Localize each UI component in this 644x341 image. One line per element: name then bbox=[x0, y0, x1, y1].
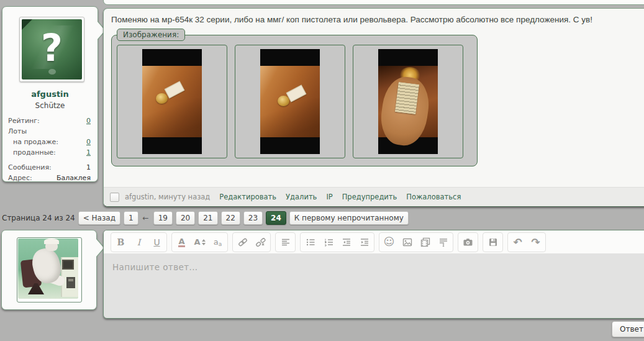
text-block-icon bbox=[438, 237, 448, 247]
undo-button[interactable]: ↶ bbox=[509, 234, 527, 251]
avatar-photo-person-at-desk bbox=[18, 239, 78, 299]
post-author-timestamp[interactable]: afgustin, минуту назад bbox=[125, 193, 210, 201]
attachment-thumbnail-3[interactable] bbox=[353, 45, 463, 158]
user-stats: Рейтинг: 0 Лоты на продаже: 0 проданные:… bbox=[8, 116, 91, 183]
page-counter-label: Страница 24 из 24 bbox=[2, 214, 75, 222]
reply-user-avatar[interactable] bbox=[17, 237, 82, 302]
italic-button[interactable]: I bbox=[130, 234, 148, 251]
user-avatar[interactable]: ? bbox=[19, 17, 84, 82]
bold-button[interactable]: B bbox=[112, 234, 130, 251]
photo-ring-on-table-2 bbox=[260, 49, 320, 154]
indent-icon bbox=[360, 237, 370, 247]
screenshot-button[interactable] bbox=[459, 234, 477, 251]
on-sale-value-link[interactable]: 0 bbox=[86, 137, 91, 147]
rating-value-link[interactable]: 0 bbox=[86, 116, 91, 126]
previous-post-panel-edge bbox=[103, 0, 644, 5]
insert-block-button[interactable] bbox=[434, 234, 452, 251]
outdent-button[interactable] bbox=[337, 234, 355, 251]
attachment-thumbnail-1[interactable] bbox=[117, 45, 227, 158]
smiley-button[interactable]: ☺ bbox=[380, 234, 398, 251]
underline-button[interactable]: U bbox=[148, 234, 166, 251]
user-info-panel: ? afgustin Schütze Рейтинг: 0 Лоты на пр… bbox=[2, 6, 98, 182]
sold-value-link[interactable]: 1 bbox=[86, 147, 91, 158]
unlink-icon bbox=[256, 237, 266, 247]
redo-icon: ↷ bbox=[531, 236, 540, 248]
username-link[interactable]: afgustin bbox=[2, 89, 98, 99]
select-post-checkbox[interactable] bbox=[110, 193, 119, 202]
back-page-button[interactable]: < Назад bbox=[78, 211, 120, 225]
images-fieldset-legend: Изображения: bbox=[117, 29, 185, 41]
warn-link[interactable]: Предупредить bbox=[342, 193, 397, 201]
user-title: Schütze bbox=[2, 101, 98, 110]
outdent-icon bbox=[342, 237, 351, 247]
align-button[interactable] bbox=[276, 234, 294, 251]
redo-button[interactable]: ↷ bbox=[527, 234, 545, 251]
page-button-1[interactable]: 1 bbox=[124, 211, 138, 225]
ip-link[interactable]: IP bbox=[326, 193, 332, 201]
delete-link[interactable]: Удалить bbox=[286, 193, 317, 201]
reply-submit-button[interactable]: Ответ bbox=[612, 321, 644, 337]
film-icon bbox=[420, 237, 430, 247]
reply-placeholder: Напишите ответ... bbox=[112, 262, 198, 272]
page-button-19[interactable]: 19 bbox=[153, 211, 173, 225]
page-button-22[interactable]: 22 bbox=[221, 211, 240, 225]
insert-image-button[interactable] bbox=[398, 234, 416, 251]
font-family-button[interactable]: a a bbox=[209, 234, 227, 251]
image-icon bbox=[402, 237, 412, 247]
page-button-24-current[interactable]: 24 bbox=[266, 211, 286, 225]
page-gap-arrow-icon: ← bbox=[143, 214, 149, 222]
font-size-button[interactable]: A bbox=[191, 234, 209, 251]
photo-hand-with-tag bbox=[378, 49, 438, 154]
images-fieldset: Изображения: bbox=[111, 35, 478, 166]
editor-toolbar: B I U A A a a bbox=[104, 230, 644, 254]
corner-fold-icon bbox=[22, 19, 32, 30]
photo-ring-on-table-1 bbox=[142, 49, 202, 154]
insert-link-button[interactable] bbox=[234, 234, 252, 251]
text-color-icon: A bbox=[178, 237, 184, 247]
edit-link[interactable]: Редактировать bbox=[219, 193, 276, 201]
smiley-icon: ☺ bbox=[384, 237, 395, 247]
bullet-list-button[interactable] bbox=[301, 234, 319, 251]
link-icon bbox=[238, 237, 248, 247]
undo-icon: ↶ bbox=[513, 236, 522, 248]
save-draft-button[interactable] bbox=[484, 234, 502, 251]
post-message-text: Поменяю на мр-654к 32 серии, либо на ммг… bbox=[111, 15, 643, 24]
pagination-bar: Страница 24 из 24 < Назад 1 ← 19 20 21 2… bbox=[2, 211, 409, 225]
stat-lots-header: Лоты bbox=[8, 126, 91, 137]
font-size-icon bbox=[202, 239, 206, 245]
stat-messages: Сообщения: 1 bbox=[8, 162, 91, 173]
reply-user-panel bbox=[1, 230, 97, 310]
ordered-list-icon bbox=[324, 237, 333, 247]
attachment-thumbnail-2[interactable] bbox=[235, 45, 345, 158]
numbered-list-button[interactable] bbox=[319, 234, 337, 251]
save-icon bbox=[488, 237, 498, 247]
question-mark-avatar-icon: ? bbox=[22, 19, 82, 80]
post-panel: Поменяю на мр-654к 32 серии, либо на ммг… bbox=[103, 8, 644, 207]
report-link[interactable]: Пожаловаться bbox=[406, 193, 461, 201]
stat-on-sale: на продаже: 0 bbox=[8, 137, 91, 147]
text-color-button[interactable]: A bbox=[173, 234, 191, 251]
jump-to-unread-button[interactable]: К первому непрочитанному bbox=[289, 211, 409, 225]
stat-address: Адрес: Балаклея bbox=[8, 173, 91, 183]
page-button-23[interactable]: 23 bbox=[243, 211, 263, 225]
post-footer-bar: afgustin, минуту назад Редактировать Уда… bbox=[104, 187, 644, 206]
indent-button[interactable] bbox=[355, 234, 373, 251]
align-left-icon bbox=[281, 237, 291, 247]
remove-link-button[interactable] bbox=[252, 234, 270, 251]
reply-editor: B I U A A a a bbox=[103, 230, 644, 319]
stat-sold: проданные: 1 bbox=[8, 147, 91, 158]
insert-media-button[interactable] bbox=[416, 234, 434, 251]
page-button-20[interactable]: 20 bbox=[176, 211, 195, 225]
camera-icon bbox=[463, 237, 473, 247]
unordered-list-icon bbox=[306, 237, 315, 247]
reply-text-area[interactable]: Напишите ответ... bbox=[104, 254, 644, 318]
page-button-21[interactable]: 21 bbox=[198, 211, 217, 225]
stat-rating: Рейтинг: 0 bbox=[8, 116, 91, 126]
